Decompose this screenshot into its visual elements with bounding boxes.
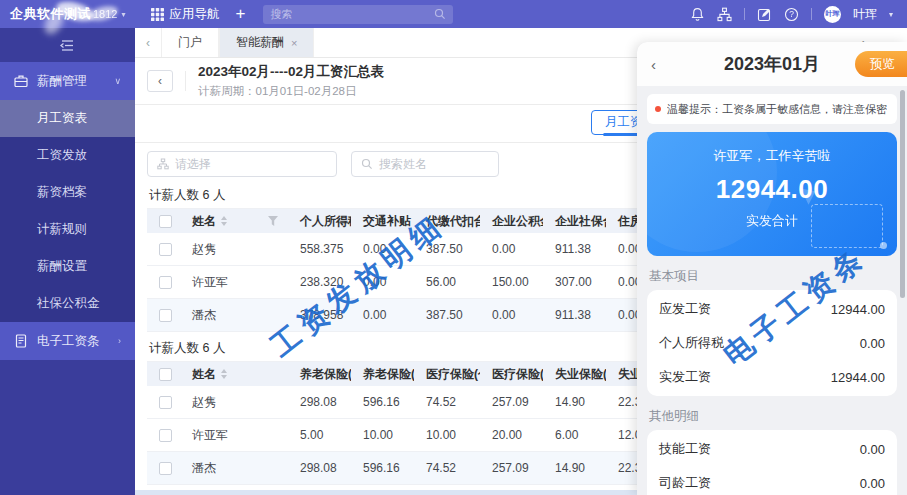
user-avatar[interactable]: 叶珲 bbox=[824, 6, 841, 23]
value-cell: 74.52 bbox=[414, 461, 480, 475]
briefcase-icon bbox=[14, 74, 28, 88]
payslip-item-row: 司龄工资0.00 bbox=[659, 466, 885, 495]
column-header: 企业公积金... bbox=[480, 213, 543, 230]
name-cell: 许亚军 bbox=[180, 274, 288, 291]
name-column-header: 姓名 bbox=[180, 213, 288, 230]
sidebar-item-月工资表[interactable]: 月工资表 bbox=[0, 100, 135, 137]
panel-back-icon[interactable]: ‹ bbox=[651, 56, 656, 73]
value-cell: 10.00 bbox=[414, 428, 480, 442]
name-cell: 潘杰 bbox=[180, 460, 288, 477]
sort-icon[interactable] bbox=[221, 369, 227, 379]
notice-dot-icon bbox=[655, 106, 661, 112]
sidebar-group-payroll[interactable]: 薪酬管理 ∨ bbox=[0, 62, 135, 100]
value-cell: 257.09 bbox=[480, 461, 543, 475]
payslip-item-row: 个人所得税0.00 bbox=[659, 326, 885, 360]
value-cell: 387.50 bbox=[414, 308, 480, 322]
tab-close-icon[interactable]: × bbox=[291, 37, 297, 49]
tab-scroll-left-icon[interactable]: ‹ bbox=[135, 28, 161, 57]
page-subtitle: 计薪周期：01月01日-02月28日 bbox=[198, 84, 384, 99]
payslip-item-row: 应发工资12944.00 bbox=[659, 292, 885, 326]
value-cell: 56.00 bbox=[414, 275, 480, 289]
sidebar-item-薪酬设置[interactable]: 薪酬设置 bbox=[0, 248, 135, 285]
department-select[interactable]: 请选择 bbox=[147, 151, 337, 177]
payslip-item-row: 实发工资12944.00 bbox=[659, 360, 885, 394]
checkbox-cell bbox=[147, 462, 180, 475]
table-row[interactable]: 赵隽558.3750.00387.500.00911.380.00 bbox=[147, 233, 669, 266]
filter-funnel-icon[interactable] bbox=[268, 216, 278, 226]
compose-icon[interactable] bbox=[757, 7, 772, 22]
name-search-input[interactable]: 搜索姓名 bbox=[351, 151, 499, 177]
search-icon bbox=[361, 158, 373, 170]
bell-icon[interactable] bbox=[690, 7, 705, 22]
user-name[interactable]: 叶珲 bbox=[853, 6, 877, 23]
sidebar-item-工资发放[interactable]: 工资发放 bbox=[0, 137, 135, 174]
sidebar-item-社保公积金[interactable]: 社保公积金 bbox=[0, 285, 135, 322]
checkbox-cell bbox=[147, 429, 180, 442]
global-search-input[interactable]: 搜索 bbox=[263, 5, 453, 24]
select-all-checkbox[interactable] bbox=[159, 368, 172, 381]
item-label: 技能工资 bbox=[659, 440, 711, 458]
checkbox-cell bbox=[147, 309, 180, 322]
sidebar-item-计薪规则[interactable]: 计薪规则 bbox=[0, 211, 135, 248]
panel-scrollbar-thumb[interactable] bbox=[900, 90, 905, 298]
add-tab-button[interactable]: + bbox=[236, 4, 246, 24]
value-cell: 596.16 bbox=[351, 395, 414, 409]
sidebar-group-epayslip[interactable]: 电子工资条 › bbox=[0, 322, 135, 360]
sidebar-item-薪资档案[interactable]: 薪资档案 bbox=[0, 174, 135, 211]
table-row[interactable]: 潘杰298.08596.1674.52257.0914.9022.36 bbox=[147, 452, 669, 485]
divider bbox=[811, 8, 812, 20]
item-value: 0.00 bbox=[860, 476, 885, 491]
item-label: 个人所得税 bbox=[659, 334, 724, 352]
column-header: 医疗保险(企... bbox=[480, 366, 543, 383]
sidebar-collapse-button[interactable] bbox=[0, 28, 135, 62]
table-row[interactable]: 许亚军5.0010.0010.0020.006.0012.00 bbox=[147, 419, 669, 452]
row-checkbox[interactable] bbox=[159, 243, 172, 256]
collapse-sidebar-icon bbox=[59, 39, 76, 52]
row-checkbox[interactable] bbox=[159, 276, 172, 289]
section-card: 应发工资12944.00个人所得税0.00实发工资12944.00 bbox=[647, 290, 897, 396]
table-row[interactable]: 许亚军238.3200.0056.00150.00307.000.00 bbox=[147, 266, 669, 299]
table-row[interactable]: 潘杰378.9580.00387.500.00911.380.00 bbox=[147, 299, 669, 332]
net-pay-label: 实发合计 bbox=[746, 212, 798, 230]
seal-placeholder bbox=[811, 204, 883, 248]
preview-button[interactable]: 预览 bbox=[855, 51, 907, 77]
brand[interactable]: 企典软件测试 1812 ▾ bbox=[0, 0, 136, 28]
sort-icon[interactable] bbox=[221, 216, 227, 226]
help-icon[interactable]: ? bbox=[784, 7, 799, 22]
brand-name: 企典软件测试 bbox=[10, 5, 91, 23]
search-icon bbox=[434, 8, 446, 20]
back-button[interactable]: ‹ bbox=[147, 70, 173, 92]
tab-门户[interactable]: 门户 bbox=[161, 28, 219, 57]
select-placeholder: 请选择 bbox=[175, 156, 211, 173]
org-chart-icon[interactable] bbox=[717, 7, 732, 22]
item-label: 应发工资 bbox=[659, 300, 711, 318]
value-cell: 0.00 bbox=[480, 242, 543, 256]
tab-label: 门户 bbox=[178, 34, 202, 51]
checkbox-cell bbox=[147, 276, 180, 289]
row-checkbox[interactable] bbox=[159, 429, 172, 442]
value-cell: 558.375 bbox=[288, 242, 351, 256]
user-chevron-down-icon[interactable]: ▾ bbox=[889, 10, 893, 19]
column-header: 个人所得税 bbox=[288, 213, 351, 230]
value-cell: 6.00 bbox=[543, 428, 606, 442]
row-checkbox[interactable] bbox=[159, 396, 172, 409]
value-cell: 0.00 bbox=[351, 242, 414, 256]
payslip-doc-icon bbox=[14, 334, 28, 348]
value-cell: 378.958 bbox=[288, 308, 351, 322]
value-cell: 307.00 bbox=[543, 275, 606, 289]
name-cell: 赵隽 bbox=[180, 241, 288, 258]
table-row[interactable]: 赵隽298.08596.1674.52257.0914.9022.36 bbox=[147, 386, 669, 419]
divider bbox=[744, 8, 745, 20]
tab-智能薪酬[interactable]: 智能薪酬× bbox=[219, 28, 314, 57]
value-cell: 911.38 bbox=[543, 242, 606, 256]
select-all-checkbox[interactable] bbox=[159, 215, 172, 228]
row-checkbox[interactable] bbox=[159, 462, 172, 475]
panel-sections: 基本项目应发工资12944.00个人所得税0.00实发工资12944.00其他明… bbox=[647, 268, 897, 495]
app-nav-menu[interactable]: 应用导航 bbox=[150, 6, 220, 23]
sort-up-icon bbox=[221, 216, 227, 220]
row-checkbox[interactable] bbox=[159, 309, 172, 322]
page-title: 2023年02月----02月工资汇总表 bbox=[198, 63, 384, 81]
column-header: 交通补贴 bbox=[351, 213, 414, 230]
sidebar-submenu: 月工资表工资发放薪资档案计薪规则薪酬设置社保公积金 bbox=[0, 100, 135, 322]
section-card: 技能工资0.00司龄工资0.00工龄工资0.00 bbox=[647, 430, 897, 495]
